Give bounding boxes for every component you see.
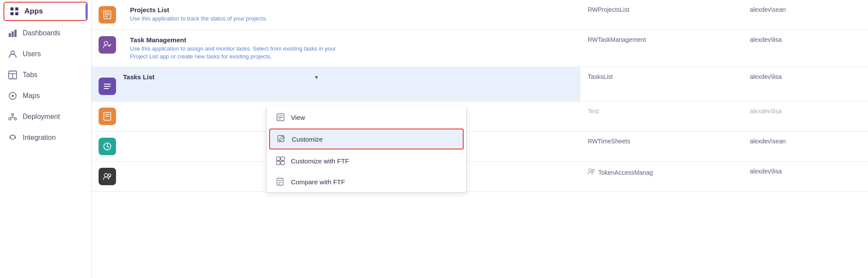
users-icon bbox=[8, 50, 17, 58]
dropdown-trigger-text: Tasks List bbox=[123, 73, 315, 81]
app-icon bbox=[99, 108, 116, 125]
sidebar-item-integration[interactable]: Integration bbox=[0, 127, 91, 148]
app-icon-cell bbox=[92, 102, 123, 132]
app-owner: alexdev\sean bbox=[743, 0, 868, 30]
active-indicator bbox=[85, 4, 87, 18]
app-icon-cell bbox=[92, 30, 123, 67]
svg-line-18 bbox=[13, 117, 16, 118]
app-owner: alexdev\sean bbox=[743, 132, 868, 162]
app-name: Projects List bbox=[130, 6, 574, 14]
svg-point-38 bbox=[589, 169, 592, 172]
sidebar: Apps Dashboards Users bbox=[0, 0, 92, 278]
dropdown-item-customize-label: Customize bbox=[292, 136, 323, 143]
dropdown-item-customize[interactable]: Customize bbox=[269, 129, 464, 149]
app-icon-cell bbox=[92, 67, 123, 102]
app-icon bbox=[99, 36, 116, 54]
app-key: Test bbox=[581, 102, 743, 132]
svg-rect-5 bbox=[12, 31, 14, 37]
table-row: TokenAccessManag alexdev\lisa bbox=[92, 162, 868, 192]
svg-point-36 bbox=[104, 173, 108, 177]
svg-point-20 bbox=[14, 137, 16, 139]
deployment-icon bbox=[8, 112, 17, 121]
svg-rect-25 bbox=[103, 10, 106, 12]
app-icon bbox=[99, 168, 116, 185]
dropdown-item-view[interactable]: View bbox=[267, 107, 466, 128]
dropdown-menu: View Customize bbox=[266, 107, 467, 193]
dashboards-icon bbox=[8, 29, 17, 37]
apps-icon bbox=[10, 7, 19, 16]
svg-point-26 bbox=[104, 41, 108, 45]
svg-rect-48 bbox=[281, 161, 284, 165]
sidebar-apps-label: Apps bbox=[24, 7, 43, 16]
table-row: Test alexdev\lisa bbox=[92, 102, 868, 132]
dropdown-item-customize-ftf-label: Customize with FTF bbox=[291, 157, 349, 165]
svg-point-12 bbox=[12, 95, 14, 97]
sidebar-users-label: Users bbox=[23, 50, 41, 58]
sidebar-integration-label: Integration bbox=[23, 134, 56, 142]
app-owner: alexdev\lisa bbox=[743, 30, 868, 67]
svg-rect-4 bbox=[9, 33, 11, 37]
svg-rect-6 bbox=[14, 30, 17, 37]
app-info-cell: Task Management Use this application to … bbox=[123, 30, 581, 67]
svg-point-39 bbox=[592, 170, 595, 172]
dropdown-item-customize-ftf[interactable]: Customize with FTF bbox=[267, 150, 466, 171]
integration-icon bbox=[8, 133, 17, 142]
table-row: RWTimeSheets alexdev\sean bbox=[92, 132, 868, 162]
table-row: Task Management Use this application to … bbox=[92, 30, 868, 67]
svg-rect-1 bbox=[15, 7, 18, 10]
app-icon bbox=[99, 138, 116, 155]
svg-rect-3 bbox=[15, 12, 18, 15]
svg-point-13 bbox=[12, 114, 14, 116]
dropdown-item-compare-ftf-label: Compare with FTF bbox=[291, 178, 345, 186]
token-key-text: TokenAccessManag bbox=[598, 169, 653, 176]
apps-table: Projects List Use this application to tr… bbox=[92, 0, 868, 192]
app-owner: alexdev\lisa bbox=[743, 162, 868, 192]
sidebar-item-tabs[interactable]: Tabs bbox=[0, 64, 91, 85]
sidebar-item-deployment[interactable]: Deployment bbox=[0, 106, 91, 127]
app-key: RWProjectsList bbox=[581, 0, 743, 30]
svg-rect-2 bbox=[10, 12, 14, 15]
owner-with-icon: TokenAccessManag bbox=[588, 168, 736, 177]
sidebar-tabs-label: Tabs bbox=[23, 71, 38, 79]
dropdown-item-compare-ftf[interactable]: Compare with FTF bbox=[267, 171, 466, 192]
compare-ftf-icon bbox=[275, 177, 286, 186]
sidebar-deployment-label: Deployment bbox=[23, 113, 60, 121]
customize-ftf-icon bbox=[275, 156, 286, 165]
svg-line-35 bbox=[107, 146, 109, 147]
main-content: Projects List Use this application to tr… bbox=[92, 0, 868, 278]
sidebar-dashboards-label: Dashboards bbox=[23, 29, 60, 37]
svg-rect-45 bbox=[277, 157, 280, 160]
app-desc: Use this application to assign and monit… bbox=[130, 45, 339, 61]
dropdown-item-view-label: View bbox=[291, 114, 305, 121]
app-owner: alexdev\lisa bbox=[743, 102, 868, 132]
dropdown-trigger[interactable]: Tasks List ▾ bbox=[123, 67, 581, 87]
svg-point-37 bbox=[108, 174, 111, 176]
svg-point-15 bbox=[14, 118, 17, 120]
app-icon-cell bbox=[92, 132, 123, 162]
view-icon bbox=[275, 113, 286, 122]
token-icon bbox=[588, 168, 595, 177]
sidebar-item-dashboards[interactable]: Dashboards bbox=[0, 23, 91, 44]
app-key: RWTimeSheets bbox=[581, 132, 743, 162]
app-icon-cell bbox=[92, 162, 123, 192]
app-info-cell: Projects List Use this application to tr… bbox=[123, 0, 581, 30]
tabs-icon bbox=[8, 71, 17, 79]
svg-rect-47 bbox=[277, 161, 280, 165]
maps-icon bbox=[8, 92, 17, 100]
app-key: TokenAccessManag bbox=[581, 162, 743, 192]
svg-point-14 bbox=[9, 118, 11, 120]
table-row: Projects List Use this application to tr… bbox=[92, 0, 868, 30]
app-name: Task Management bbox=[130, 36, 574, 44]
table-row: Tasks List ▾ TasksList alexdev\lisa bbox=[92, 67, 868, 102]
sidebar-item-maps[interactable]: Maps bbox=[0, 85, 91, 106]
svg-point-19 bbox=[9, 137, 11, 139]
sidebar-item-users[interactable]: Users bbox=[0, 44, 91, 64]
sidebar-item-apps[interactable]: Apps bbox=[3, 2, 88, 21]
app-icon-cell bbox=[92, 0, 123, 30]
svg-rect-0 bbox=[10, 7, 14, 10]
app-desc: Use this application to track the status… bbox=[130, 15, 339, 23]
app-owner: alexdev\lisa bbox=[743, 67, 868, 102]
app-key: RWTaskManagement bbox=[581, 30, 743, 67]
svg-rect-46 bbox=[281, 157, 284, 160]
app-dropdown-cell: Tasks List ▾ bbox=[123, 67, 581, 102]
